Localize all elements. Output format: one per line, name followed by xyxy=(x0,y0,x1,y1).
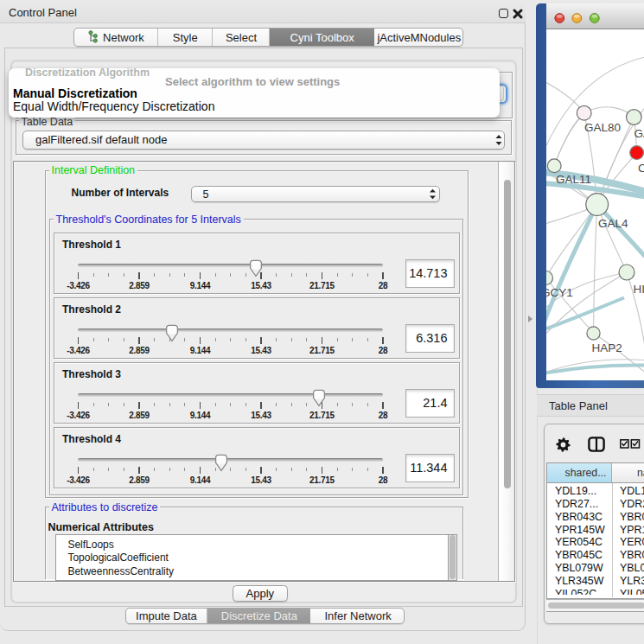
svg-text:HAP2: HAP2 xyxy=(592,341,622,354)
svg-text:HI: HI xyxy=(634,283,644,296)
svg-text:GAL80: GAL80 xyxy=(584,120,621,133)
svg-text:GCY1: GCY1 xyxy=(546,286,573,299)
svg-text:GAL11: GAL11 xyxy=(556,173,591,186)
svg-text:CD: CD xyxy=(638,162,644,175)
svg-text:GA: GA xyxy=(634,126,644,139)
svg-text:GAL4: GAL4 xyxy=(598,217,628,230)
